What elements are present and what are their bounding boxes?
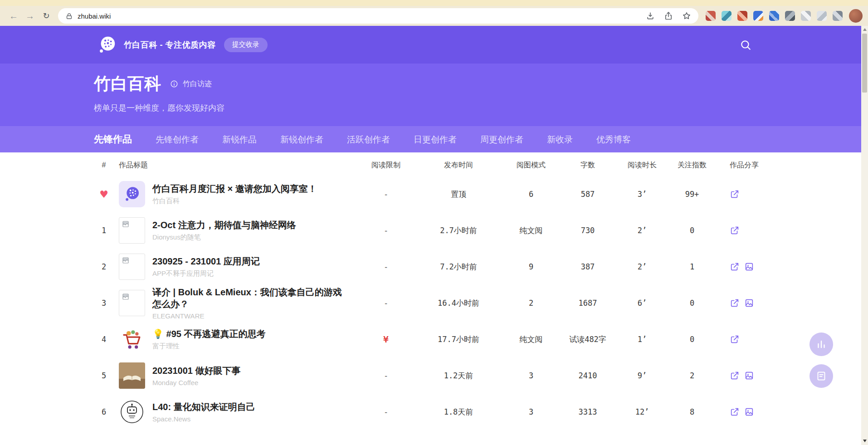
work-title[interactable]: 230925 - 231001 应用周记: [152, 255, 260, 267]
extensions-area: [706, 11, 843, 21]
tab-newly-indexed[interactable]: 新收录: [547, 134, 573, 146]
follow-index: 8: [676, 407, 708, 416]
work-author[interactable]: Dionysus的随笔: [152, 233, 296, 242]
follow-index: 0: [676, 335, 708, 344]
publish-time: 17.7小时前: [422, 334, 495, 345]
work-thumbnail[interactable]: [119, 217, 145, 244]
external-link-icon[interactable]: [730, 298, 740, 308]
work-title[interactable]: 20231001 做好眼下事: [152, 365, 241, 377]
extension-icon[interactable]: [769, 11, 779, 21]
search-icon[interactable]: [740, 39, 751, 51]
work-thumbnail[interactable]: [119, 362, 145, 389]
work-thumbnail[interactable]: [119, 326, 145, 352]
extension-icon[interactable]: [817, 11, 827, 21]
header-read-duration: 阅读时长: [608, 161, 676, 170]
tab-new-creators[interactable]: 新锐创作者: [280, 134, 323, 146]
tab-new-works[interactable]: 新锐作品: [222, 134, 257, 146]
hero-subtitle: 榜单只是一种维度，愿你发现好内容: [94, 103, 774, 113]
external-link-icon[interactable]: [730, 225, 740, 235]
publish-time: 置顶: [422, 189, 495, 200]
extension-icon[interactable]: [801, 11, 811, 21]
external-link-icon[interactable]: [730, 262, 740, 272]
extension-icon[interactable]: [833, 11, 843, 21]
visit-trace-link[interactable]: 竹白访迹: [183, 79, 212, 89]
read-duration: 2’: [608, 262, 676, 271]
extension-icon[interactable]: [753, 11, 763, 21]
work-author[interactable]: ELEGANTWARE: [152, 312, 350, 320]
external-link-icon[interactable]: [730, 189, 740, 199]
image-share-icon[interactable]: [744, 262, 754, 272]
broken-image-icon: [122, 256, 130, 264]
external-link-icon[interactable]: [730, 407, 740, 417]
external-link-icon[interactable]: [730, 334, 740, 344]
share-actions: [708, 334, 774, 344]
tab-excellent-blogs[interactable]: 优秀博客: [596, 134, 631, 146]
browser-chrome: ← → ↻ zhubai.wiki: [0, 0, 868, 26]
work-title[interactable]: 竹白百科月度汇报 × 邀请您加入阅享室！: [152, 183, 317, 195]
share-icon[interactable]: [664, 11, 673, 20]
work-title[interactable]: 💡 #95 不再逃避真正的思考: [152, 328, 265, 340]
external-link-icon[interactable]: [730, 371, 740, 381]
work-author[interactable]: 竹白百科: [152, 197, 317, 205]
tab-weekly-creators[interactable]: 周更创作者: [480, 134, 523, 146]
submit-entry-button[interactable]: 提交收录: [224, 38, 268, 52]
work-author[interactable]: Monday Coffee: [152, 379, 241, 386]
tab-active-creators[interactable]: 活跃创作者: [347, 134, 390, 146]
forward-button[interactable]: →: [22, 11, 38, 21]
profile-avatar[interactable]: [849, 9, 863, 23]
address-bar[interactable]: zhubai.wiki: [58, 8, 698, 24]
zhubai-logo-icon: [123, 185, 141, 203]
read-limit: -: [350, 298, 422, 308]
robot-logo-icon: [120, 400, 144, 424]
table-row: 1 2-Oct 注意力，期待值与脑神经网络 Dionysus的随笔 - 2.7小…: [94, 212, 774, 249]
work-thumbnail[interactable]: [119, 399, 145, 425]
tab-pioneer-works[interactable]: 先锋作品: [94, 133, 132, 146]
work-thumbnail[interactable]: [119, 254, 145, 280]
word-count: 3313: [567, 407, 608, 416]
image-share-icon[interactable]: [744, 298, 754, 308]
work-title[interactable]: 2-Oct 注意力，期待值与脑神经网络: [152, 219, 296, 231]
zhubai-logo-icon[interactable]: [97, 34, 117, 55]
tabs-bar: 先锋作品 先锋创作者 新锐作品 新锐创作者 活跃创作者 日更创作者 周更创作者 …: [0, 126, 868, 152]
download-icon[interactable]: [646, 11, 655, 20]
table-row: 5 20231001 做好眼下事 Monday Coffee - 1.2天前: [94, 357, 774, 394]
refresh-button[interactable]: ↻: [38, 11, 54, 21]
works-table: # 作品标题 阅读限制 发布时间 阅图模式 字数 阅读时长 关注指数 作品分享 …: [0, 152, 868, 430]
url-text[interactable]: zhubai.wiki: [78, 12, 111, 20]
extension-icon[interactable]: [706, 11, 716, 21]
site-title: 竹白百科 - 专注优质内容: [124, 39, 216, 50]
scrollbar: [861, 26, 868, 445]
image-share-icon[interactable]: [744, 407, 754, 417]
tab-pioneer-creators[interactable]: 先锋创作者: [156, 134, 199, 146]
extension-icon[interactable]: [722, 11, 731, 21]
word-count: 587: [567, 190, 608, 199]
share-actions: [708, 225, 774, 235]
work-title[interactable]: L40: 量化知识来证明自己: [152, 401, 255, 413]
broken-image-icon: [122, 293, 130, 301]
work-author[interactable]: 富于理性: [152, 342, 265, 351]
scrollbar-thumb[interactable]: [862, 34, 867, 93]
publish-time: 2.7小时前: [422, 225, 495, 236]
header-image-mode: 阅图模式: [495, 161, 567, 170]
shopping-cart-image: [119, 326, 145, 352]
work-thumbnail[interactable]: [119, 290, 145, 316]
work-title[interactable]: 译介 | Boluk & LeMieux：我们该拿自己的游戏怎么办？: [152, 286, 350, 310]
table-row: 2 230925 - 231001 应用周记 APP不释手应用周记 - 7.2小…: [94, 249, 774, 285]
back-button[interactable]: ←: [5, 11, 22, 21]
extension-icon[interactable]: [785, 11, 795, 21]
scrollbar-up-arrow[interactable]: [861, 26, 868, 33]
scrollbar-down-arrow[interactable]: [861, 438, 868, 444]
extension-icon[interactable]: [737, 11, 747, 21]
work-author[interactable]: APP不释手应用周记: [152, 269, 260, 278]
work-author[interactable]: Space.News: [152, 415, 255, 423]
bookmark-star-icon[interactable]: [682, 11, 691, 20]
word-count: 2410: [567, 371, 608, 380]
info-icon[interactable]: [170, 80, 178, 88]
compose-note-button[interactable]: [809, 364, 833, 388]
tab-daily-creators[interactable]: 日更创作者: [414, 134, 457, 146]
work-thumbnail[interactable]: [119, 181, 145, 207]
share-actions: [708, 298, 774, 308]
ranking-chart-button[interactable]: [809, 333, 833, 356]
image-share-icon[interactable]: [744, 371, 754, 381]
page-title: 竹白百科: [94, 73, 161, 95]
